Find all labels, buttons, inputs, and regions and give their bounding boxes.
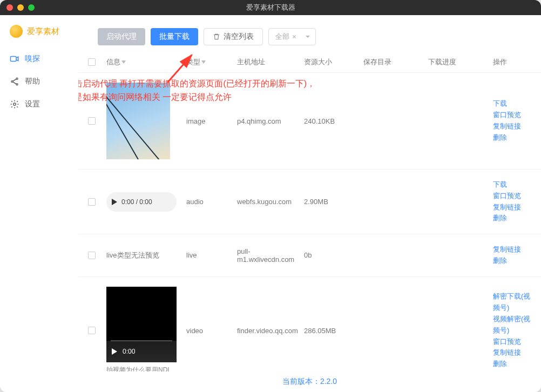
row-checkbox[interactable] (88, 117, 96, 125)
start-proxy-button[interactable]: 启动代理 (98, 28, 145, 45)
col-host: 主机地址 (237, 57, 304, 67)
type-filter-selected: 全部 (275, 32, 289, 42)
video-time: 0:00 (123, 348, 135, 355)
svg-point-2 (11, 81, 13, 83)
cell-size: 0b (304, 251, 363, 259)
op-delete[interactable]: 删除 (493, 359, 531, 370)
toolbar: 启动代理 批量下载 清空列表 全部 (78, 15, 541, 53)
play-icon[interactable] (112, 199, 117, 205)
sidebar-item-help[interactable]: 帮助 (0, 70, 78, 93)
svg-rect-0 (11, 57, 17, 62)
play-icon[interactable] (112, 348, 117, 355)
cell-type: image (186, 117, 237, 125)
table-row: 0:00 拍视频为什么要用NDI video finder.video.qq.c… (78, 277, 541, 371)
live-no-preview: live类型无法预览 (106, 251, 186, 260)
table-row: image p4.qhimg.com 240.10KB 下载 窗口预览 复制链接… (78, 73, 541, 170)
table-row: 0:00 / 0:00 audio webfs.kugou.com 2.90MB… (78, 170, 541, 234)
op-delete[interactable]: 删除 (493, 213, 531, 224)
gear-icon (10, 99, 19, 109)
video-player[interactable]: 0:00 (106, 287, 177, 362)
row-checkbox[interactable] (88, 327, 96, 334)
cell-type: live (186, 251, 237, 259)
window-title: 爱享素材下载器 (246, 3, 295, 12)
type-filter-dropdown[interactable]: 全部 (268, 28, 316, 45)
op-download[interactable]: 下载 (493, 98, 531, 110)
sidebar-item-label: 帮助 (25, 77, 40, 86)
col-ops: 操作 (493, 57, 531, 67)
cell-ops: 下载 窗口预览 复制链接 删除 (493, 98, 531, 143)
logo: 爱享素材 (0, 25, 78, 48)
app-window: 爱享素材下载器 爱享素材 嗅探 帮助 设置 启动代理 批量下 (0, 0, 541, 392)
op-video-decrypt[interactable]: 视频解密(视频号) (493, 314, 531, 336)
sidebar-item-label: 嗅探 (25, 54, 40, 64)
cell-host: finder.video.qq.com (237, 327, 304, 335)
sidebar: 爱享素材 嗅探 帮助 设置 (0, 15, 78, 392)
table-header: 信息 类型 主机地址 资源大小 保存目录 下载进度 操作 (78, 53, 541, 73)
close-icon[interactable] (292, 34, 297, 39)
main-panel: 启动代理 批量下载 清空列表 全部 先点击启动代理 再打开需要抓取的资源页面(已… (78, 15, 541, 392)
op-window-preview[interactable]: 窗口预览 (493, 110, 531, 121)
resource-table: 信息 类型 主机地址 资源大小 保存目录 下载进度 操作 image p4.qh… (78, 53, 541, 371)
sidebar-item-detect[interactable]: 嗅探 (0, 48, 78, 70)
cell-size: 2.90MB (304, 198, 363, 206)
op-delete[interactable]: 删除 (493, 255, 531, 267)
op-copy-link[interactable]: 复制链接 (493, 202, 531, 213)
logo-icon (10, 25, 23, 38)
sidebar-item-label: 设置 (25, 99, 40, 109)
cell-size: 286.05MB (304, 327, 363, 335)
share-icon (10, 77, 19, 86)
cell-ops: 下载 窗口预览 复制链接 删除 (493, 179, 531, 224)
op-copy-link[interactable]: 复制链接 (493, 121, 531, 132)
col-type[interactable]: 类型 (186, 57, 237, 67)
audio-time: 0:00 / 0:00 (121, 198, 152, 206)
titlebar: 爱享素材下载器 (0, 0, 541, 15)
thumbnail-image (106, 83, 170, 159)
cell-ops: 解密下载(视频号) 视频解密(视频号) 窗口预览 复制链接 删除 (493, 291, 531, 370)
video-caption: 拍视频为什么要用NDI (106, 366, 177, 371)
table-row: live类型无法预览 live pull-m1.wxlivecdn.com 0b… (78, 234, 541, 277)
video-camera-icon (10, 54, 19, 64)
select-all-checkbox[interactable] (88, 58, 96, 66)
row-checkbox[interactable] (88, 198, 96, 206)
window-close-button[interactable] (6, 4, 13, 11)
content-area: 爱享素材 嗅探 帮助 设置 启动代理 批量下载 清空列表 (0, 15, 541, 392)
col-progress: 下载进度 (428, 57, 493, 67)
clear-list-button[interactable]: 清空列表 (204, 28, 263, 45)
op-delete[interactable]: 删除 (493, 132, 531, 144)
svg-point-4 (13, 103, 16, 106)
op-download[interactable]: 下载 (493, 179, 531, 191)
audio-player[interactable]: 0:00 / 0:00 (106, 192, 177, 212)
op-window-preview[interactable]: 窗口预览 (493, 191, 531, 202)
window-fullscreen-button[interactable] (28, 4, 35, 11)
op-decrypt-download[interactable]: 解密下载(视频号) (493, 291, 531, 314)
svg-point-3 (16, 84, 18, 85)
footer-version: 当前版本：2.2.0 (78, 371, 541, 392)
op-copy-link[interactable]: 复制链接 (493, 244, 531, 255)
filter-icon (121, 60, 126, 64)
trash-icon (213, 33, 220, 40)
cell-ops: 复制链接 删除 (493, 244, 531, 267)
row-checkbox[interactable] (88, 252, 96, 259)
filter-icon (201, 60, 206, 64)
video-controls: 0:00 (106, 341, 177, 362)
op-window-preview[interactable]: 窗口预览 (493, 336, 531, 348)
sidebar-item-settings[interactable]: 设置 (0, 93, 78, 116)
clear-list-label: 清空列表 (224, 32, 254, 42)
cell-size: 240.10KB (304, 117, 363, 125)
cell-host: webfs.kugou.com (237, 198, 304, 206)
cell-type: audio (186, 198, 237, 206)
cell-host: pull-m1.wxlivecdn.com (237, 247, 304, 263)
col-save-dir: 保存目录 (363, 57, 428, 67)
col-info[interactable]: 信息 (106, 57, 186, 67)
window-minimize-button[interactable] (17, 4, 24, 11)
cell-type: video (186, 327, 237, 335)
traffic-lights (6, 4, 35, 11)
op-copy-link[interactable]: 复制链接 (493, 347, 531, 359)
app-name: 爱享素材 (27, 26, 59, 37)
svg-point-1 (16, 78, 18, 79)
batch-download-button[interactable]: 批量下载 (151, 28, 198, 45)
col-size: 资源大小 (304, 57, 363, 67)
cell-host: p4.qhimg.com (237, 117, 304, 125)
